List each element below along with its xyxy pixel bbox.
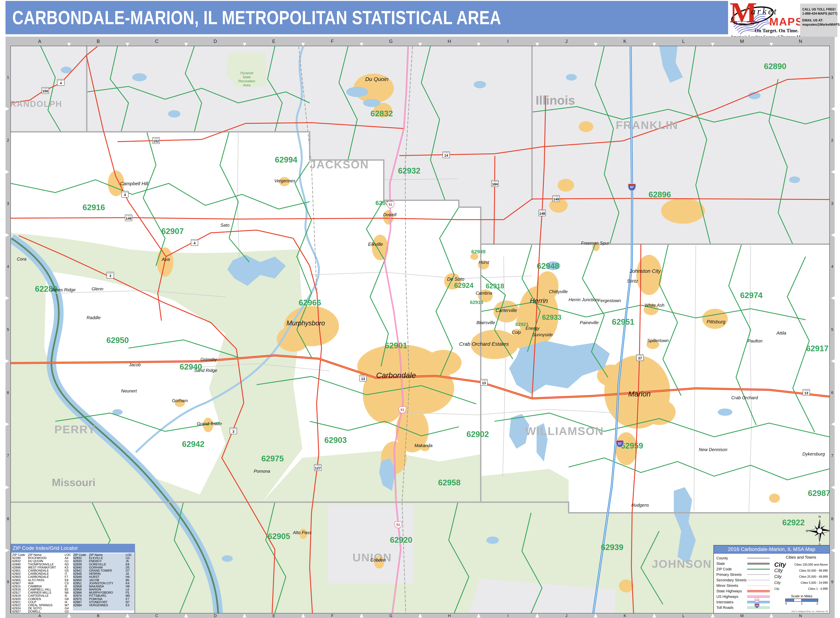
town-label: Crab Orchard Estates xyxy=(459,341,509,347)
zip-label: 62974 xyxy=(740,291,763,300)
town-label: Colp xyxy=(512,330,521,335)
legend-city-row: CityCities 1 - 4,999 xyxy=(774,586,828,592)
grid-row-label: 9 xyxy=(830,550,835,614)
state-highway-shield: 150 xyxy=(42,87,49,94)
zip-index-cell: THOMPSONVILLE xyxy=(28,563,65,566)
zip-index-cell: G5 xyxy=(65,569,73,572)
zip-index-row: 62950JACOBB5 xyxy=(73,579,134,582)
grid-col-label: A xyxy=(10,37,69,46)
grid-col-label: G xyxy=(362,614,420,618)
compass-rose-icon: N E S W xyxy=(806,515,830,546)
zip-index-row: 62958MAKANDAH8 xyxy=(73,585,134,588)
zip-index-cell: L6 xyxy=(126,588,134,591)
town-label: Blairsville xyxy=(476,320,495,325)
scale-bar xyxy=(785,599,818,602)
zip-index-row: 62975POMONAE7 xyxy=(73,597,134,600)
zip-index-row: 62932ELKVILLEG3 xyxy=(73,556,134,560)
zip-index-row: 62966MURPHYSBOROF5 xyxy=(73,591,134,594)
zip-index-cell: K8 xyxy=(126,563,134,566)
zip-index-cell: I4 xyxy=(65,600,73,604)
town-label: Paulton xyxy=(748,339,762,343)
county-label: RANDOLPH xyxy=(10,99,62,109)
zip-index-row: 62896WEST FRANKFORTK3 xyxy=(12,566,73,569)
zip-index-panel: ZIP Code Index/Grid Locator ZIP CodeZIP … xyxy=(11,544,135,614)
shield-number: 4 xyxy=(60,81,62,85)
zip-index-cell: 62917 xyxy=(12,591,28,594)
zip-index-cell: HURST xyxy=(89,575,126,578)
zip-index-row: 62940GORHAMD5 xyxy=(73,566,134,569)
zip-index-row: 62933ENERGYJ5 xyxy=(73,560,134,563)
legend-row-label: ZIP Code xyxy=(716,567,747,571)
grid-col-label: B xyxy=(69,614,128,618)
state-highway-shield: 13 xyxy=(359,375,367,382)
zip-index-cell: 62951 xyxy=(73,582,89,585)
zip-index-cell: CAMBRIA xyxy=(28,585,65,588)
legend-statehwy-symbol xyxy=(747,590,770,592)
zip-index-cell: N7 xyxy=(126,600,134,604)
grid-col-label: H xyxy=(420,614,479,618)
zip-index-cell: 62905 xyxy=(12,579,28,582)
legend-row: State xyxy=(716,561,771,566)
shield-number: 127 xyxy=(315,466,321,470)
zip-index-cell: VERGENNES xyxy=(89,604,126,607)
zip-label: 62942 xyxy=(182,440,205,449)
town-label: Campbell Hill xyxy=(120,181,148,187)
town-label: Cora xyxy=(17,257,27,261)
shield-number: 3 xyxy=(232,430,234,434)
grid-col-label: C xyxy=(128,37,186,46)
zip-index-cell: 62922 xyxy=(12,604,28,607)
zip-label: 62994 xyxy=(275,155,297,164)
zip-index-cell: 62890 xyxy=(12,563,28,566)
zip-index-cell: 62901 xyxy=(12,569,28,572)
town-label: Cobden xyxy=(370,557,386,563)
county-label: FRANKLIN xyxy=(616,119,678,132)
legend-line-symbols: CountyStateZIP CodePrimary StreetsSecond… xyxy=(716,555,771,610)
zip-index-title: ZIP Code Index/Grid Locator xyxy=(11,544,135,553)
state-highway-shield: 13 xyxy=(480,379,488,386)
zip-label: 62917 xyxy=(806,344,828,353)
zip-index-header-row: ZIP CodeZIP NameLOC xyxy=(12,553,73,556)
zip-index-cell: G4 xyxy=(65,607,73,610)
shield-number: 148 xyxy=(539,212,545,215)
title-bar: CARBONDALE-MARION, IL METROPOLITAN STATI… xyxy=(6,1,728,34)
big-label: Herrin xyxy=(530,297,548,305)
state-highway-shield: 149 xyxy=(552,195,560,202)
grid-col-label: D xyxy=(186,614,245,618)
map-canvas: RANDOLPHPERRYFRANKLINJACKSONPERRYWILLIAM… xyxy=(10,46,830,614)
grid-col-label: N xyxy=(771,614,830,618)
zip-index-row: 62987STONEFORTN7 xyxy=(73,600,134,604)
town-label: Herrin Junction xyxy=(568,297,598,302)
zip-index-cell: F7 xyxy=(65,575,73,578)
legend-minor-symbol xyxy=(747,585,770,586)
zip-index-cell: GORHAM xyxy=(89,566,126,569)
grid-row-label: 3 xyxy=(6,172,10,235)
legend-credit: 2016 © Intelligent Direct, Inc., Hellert… xyxy=(791,611,828,612)
city-sample: City xyxy=(774,568,783,573)
zip-index-table: ZIP CodeZIP NameLOC62280ROCKWOODA462832D… xyxy=(11,553,135,614)
legend-row: ZIP Code xyxy=(716,566,771,572)
shield-number: 14 xyxy=(444,153,448,157)
zip-label: 62959 xyxy=(621,441,643,450)
state-highway-shield: 152 xyxy=(152,137,160,144)
grid-col-label: C xyxy=(128,614,186,618)
big-label: Carbondale xyxy=(376,371,416,380)
town-label: Gorham xyxy=(172,398,188,403)
zip-index-cell: 62994 xyxy=(73,604,89,607)
town-label: Grimsby xyxy=(200,357,217,362)
grid-col-label: F xyxy=(303,37,362,46)
legend-panel: 2016 Carbondale-Marion, IL MSA Map Count… xyxy=(714,545,830,614)
grid-col-label: F xyxy=(303,614,362,618)
zip-index-header: LOC xyxy=(126,553,134,556)
legend-cities-header: Cities and Towns xyxy=(774,555,828,560)
zip-label: 62975 xyxy=(261,454,284,463)
zip-label: 62966 xyxy=(299,298,321,307)
grid-row-label: 8 xyxy=(830,487,835,550)
zip-index-row: 62907AVAC3 xyxy=(12,582,73,585)
zip-index-cell: 62927 xyxy=(12,610,28,613)
grid-ruler-bottom: ABCDEFGHIJKLMN xyxy=(6,614,835,618)
grid-col-label: L xyxy=(654,614,713,618)
town-label: Jones Ridge xyxy=(51,287,76,293)
zip-label: 62932 xyxy=(398,166,420,175)
shield-number: 123 xyxy=(755,605,759,607)
zip-index-cell: MARION xyxy=(89,588,126,591)
